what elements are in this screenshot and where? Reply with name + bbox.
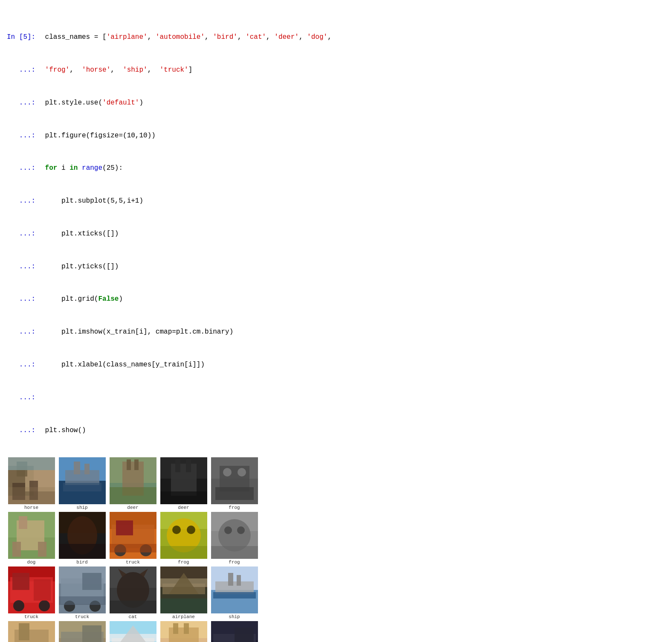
airplane-svg-1	[160, 566, 207, 613]
svg-rect-49	[110, 544, 156, 552]
svg-rect-87	[160, 598, 207, 613]
image-truck-4	[59, 621, 106, 642]
svg-point-66	[13, 600, 24, 611]
svg-point-53	[172, 526, 181, 534]
image-bird-1	[59, 512, 106, 559]
code-content-9: plt.grid(False)	[41, 294, 123, 305]
truck-svg-3	[59, 566, 106, 613]
code-content-11: plt.xlabel(class_names[y_train[i]])	[41, 360, 205, 371]
truck-svg-5	[211, 621, 258, 642]
svg-rect-12	[74, 462, 80, 474]
truck-svg-1	[110, 512, 156, 559]
svg-point-59	[224, 526, 232, 534]
image-dog-1	[8, 512, 55, 559]
image-label-truck-1: truck	[126, 560, 140, 565]
code-content-5: for i in range(25):	[41, 163, 123, 174]
image-frog-3	[211, 512, 258, 559]
image-cell-truck-1: truck	[108, 512, 157, 565]
svg-rect-55	[160, 546, 207, 559]
cell5-prompt: In [5]:	[7, 32, 41, 43]
image-cell-horse-1: horse	[7, 457, 56, 510]
image-label-bird-1: bird	[76, 560, 87, 565]
image-cell-bird-1: bird	[58, 512, 107, 565]
image-cell-airplane-1: airplane	[159, 566, 208, 619]
frog-svg-1	[211, 457, 258, 504]
cifar-image-grid: horse ship de	[7, 457, 665, 642]
image-cell-deer-3: deer	[159, 621, 208, 642]
cont-prompt-12: ...:	[7, 392, 41, 404]
svg-rect-92	[228, 573, 233, 586]
code-content-3: plt.style.use('default')	[41, 98, 143, 109]
image-airplane-2	[110, 621, 156, 642]
image-cell-deer-1: deer	[108, 457, 157, 510]
code-content-4: plt.figure(figsize=(10,10))	[41, 131, 156, 142]
image-cell-truck-5: truck	[210, 621, 259, 642]
image-label-dog-1: dog	[27, 560, 36, 565]
image-cell-dog-1: dog	[7, 512, 56, 565]
svg-rect-120	[184, 623, 189, 634]
svg-rect-18	[127, 459, 131, 470]
image-cell-horse-2: horse	[7, 621, 56, 642]
image-label-truck-2: truck	[24, 614, 38, 619]
image-cell-cat-1: cat	[108, 566, 157, 619]
image-horse-1	[8, 457, 55, 504]
image-truck-1	[110, 512, 156, 559]
svg-rect-81	[110, 601, 156, 613]
svg-rect-14	[63, 483, 101, 491]
cont-prompt-3: ...:	[7, 98, 41, 109]
truck-svg-2	[8, 566, 55, 613]
cont-prompt-5: ...:	[7, 163, 41, 174]
cont-prompt-10: ...:	[7, 327, 41, 338]
deer-svg-2	[160, 457, 207, 504]
code-content-10: plt.imshow(x_train[i], cmap=plt.cm.binar…	[41, 327, 233, 338]
svg-rect-37	[12, 542, 21, 557]
cont-prompt-11: ...:	[7, 360, 41, 371]
code-content-6: plt.subplot(5,5,i+1)	[41, 196, 143, 207]
image-cat-1	[110, 566, 156, 613]
svg-rect-68	[34, 579, 51, 601]
image-cell-frog-3: frog	[210, 512, 259, 565]
svg-rect-93	[237, 575, 241, 586]
image-cell-ship-2: ship	[210, 566, 259, 619]
svg-rect-26	[160, 491, 207, 504]
svg-point-30	[223, 468, 232, 476]
image-label-frog-2: frog	[178, 560, 189, 565]
svg-rect-75	[59, 596, 106, 605]
svg-rect-38	[38, 542, 46, 557]
svg-rect-36	[19, 516, 27, 529]
svg-rect-65	[12, 573, 29, 590]
code-line-8: ...: plt.yticks([])	[7, 261, 665, 273]
code-line-6: ...: plt.subplot(5,5,i+1)	[7, 196, 665, 207]
svg-rect-72	[82, 573, 101, 590]
image-label-frog-3: frog	[229, 560, 240, 565]
code-line-3: ...: plt.style.use('default')	[7, 98, 665, 109]
image-label-ship-1: ship	[76, 505, 87, 510]
code-line-2: ...: 'frog', 'horse', 'ship', 'truck']	[7, 65, 665, 76]
svg-rect-42	[59, 544, 106, 559]
image-truck-3	[59, 566, 106, 613]
image-ship-1	[59, 457, 106, 504]
image-cell-truck-3: truck	[58, 566, 107, 619]
svg-rect-105	[82, 625, 101, 642]
image-deer-1	[110, 457, 156, 504]
frog-svg-3	[211, 512, 258, 559]
svg-rect-13	[84, 464, 90, 474]
svg-point-31	[238, 468, 246, 476]
airplane-svg-2	[110, 621, 156, 642]
image-frog-2	[160, 512, 207, 559]
dog-svg-1	[8, 512, 55, 559]
svg-point-67	[39, 600, 50, 611]
cont-prompt-7: ...:	[7, 229, 41, 240]
ship-svg-1	[59, 457, 106, 504]
image-cell-deer-2: deer	[159, 457, 208, 510]
cont-prompt-4: ...:	[7, 131, 41, 142]
frog-svg-2	[160, 512, 207, 559]
code-cell-5: In [5]: class_names = ['airplane', 'auto…	[7, 7, 665, 450]
image-frog-1	[211, 457, 258, 504]
svg-rect-11	[65, 470, 99, 485]
image-label-frog-1: frog	[229, 505, 240, 510]
svg-rect-46	[116, 520, 133, 535]
image-truck-2	[8, 566, 55, 613]
code-content-7: plt.xticks([])	[41, 229, 119, 240]
svg-rect-32	[215, 487, 254, 500]
